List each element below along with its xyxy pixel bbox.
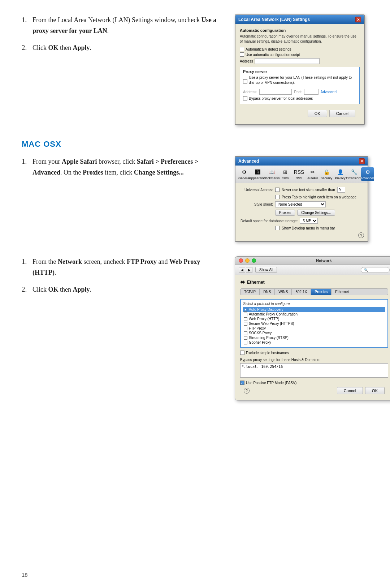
safari-tab-advanced[interactable]: ⚙ Advanced: [361, 167, 374, 181]
proxy-list-title: Select a protocol to configure: [243, 302, 385, 306]
bypass-textarea[interactable]: *.local, 169.254/16: [240, 363, 388, 378]
proxy-item-secure-https[interactable]: Secure Web Proxy (HTTPS): [243, 321, 385, 326]
extensions-icon: 🔧: [350, 168, 358, 176]
default-space-dropdown[interactable]: 5 MB: [300, 218, 318, 224]
tab-wins[interactable]: WINS: [275, 289, 292, 295]
safari-tab-privacy[interactable]: 👤 Privacy: [334, 167, 347, 181]
proxy-item-web-http[interactable]: Web Proxy (HTTP): [243, 317, 385, 321]
ftp-checkbox[interactable]: [244, 327, 247, 330]
help-icon[interactable]: ?: [244, 388, 250, 394]
font-size-input[interactable]: [337, 187, 345, 193]
tab-dns[interactable]: DNS: [260, 289, 275, 295]
auto-detect-checkbox[interactable]: [240, 47, 244, 51]
safari-body: Universal Access: Never use font sizes s…: [235, 183, 368, 241]
bypass-checkbox-row: Bypass proxy server for local addresses: [243, 96, 356, 100]
default-space-label: Default space for database storage:: [240, 219, 298, 223]
back-arrow-btn[interactable]: ◀: [239, 267, 245, 273]
safari-tab-bookmarks[interactable]: 📖 Bookmarks: [265, 167, 278, 181]
appearance-icon: 🅰: [254, 168, 261, 176]
lan-dialog-body: Automatic configuration Automatic config…: [235, 24, 364, 124]
port-input[interactable]: [304, 89, 318, 95]
proxy-server-group: Proxy server Use a proxy server for your…: [240, 67, 360, 104]
auto-config-script-checkbox[interactable]: [240, 52, 244, 57]
ethernet-label: Ethernet: [247, 280, 265, 285]
proxy-item-ftp[interactable]: FTP Proxy: [243, 326, 385, 331]
lan-cancel-button[interactable]: Cancel: [329, 110, 355, 117]
step-1-mac: From your Apple Safari browser, click Sa…: [22, 156, 224, 178]
proxy-item-auto-config[interactable]: Automatic Proxy Configuration: [243, 312, 385, 317]
style-sheet-dropdown[interactable]: None Selected: [275, 201, 326, 207]
bypass-label: Bypass proxy settings for these Hosts & …: [240, 358, 388, 362]
safari-tab-appearance[interactable]: 🅰 Appearance: [251, 167, 264, 181]
proxy-item-socks[interactable]: SOCKS Proxy: [243, 331, 385, 335]
safari-tab-autofill-label: AutoFill: [307, 176, 318, 180]
safari-tab-security[interactable]: 🔒 Security: [320, 167, 333, 181]
lan-close-button[interactable]: ✕: [355, 17, 361, 22]
network-cancel-button[interactable]: Cancel: [337, 387, 363, 394]
universal-access-label: Universal Access:: [240, 188, 273, 192]
press-tab-checkbox[interactable]: [275, 195, 280, 199]
network-dialog: Network ◀ ▶ Show All 🔍 ⬌ Ethernet TCP/IP: [235, 256, 390, 400]
exclude-hostnames-checkbox[interactable]: [240, 351, 244, 355]
auto-config-script-label: Use automatic configuration script: [246, 53, 300, 57]
network-ok-button[interactable]: OK: [365, 387, 385, 394]
tab-8021x[interactable]: 802.1X: [292, 289, 311, 295]
never-font-label: Never use font sizes smaller than: [282, 188, 335, 192]
safari-help-button[interactable]: ?: [358, 232, 364, 238]
change-settings-button[interactable]: Change Settings...: [297, 210, 335, 216]
address-input[interactable]: [255, 58, 320, 64]
mac-maximize-btn[interactable]: [252, 258, 256, 263]
auto-config-label: Automatic Proxy Configuration: [249, 312, 298, 316]
tab-proxies[interactable]: Proxies: [311, 289, 332, 295]
exclude-hostnames-label: Exclude simple hostnames: [246, 351, 289, 355]
auto-config-checkbox[interactable]: [244, 313, 247, 316]
safari-tab-rss[interactable]: RSS RSS: [292, 167, 306, 181]
safari-tab-tabs[interactable]: ⊞ Tabs: [279, 167, 292, 181]
never-font-checkbox[interactable]: [275, 188, 280, 192]
safari-tab-tabs-label: Tabs: [282, 176, 289, 180]
mac-close-btn[interactable]: [239, 258, 243, 263]
network-dialog-col: Network ◀ ▶ Show All 🔍 ⬌ Ethernet TCP/IP: [235, 256, 368, 400]
streaming-checkbox[interactable]: [244, 336, 247, 340]
step-1-mac-text: From your Apple Safari browser, click Sa…: [32, 158, 198, 176]
proxy-item-auto-discovery[interactable]: ■ Auto Proxy Discovery: [243, 307, 385, 312]
bypass-checkbox[interactable]: [243, 96, 247, 100]
lan-ok-button[interactable]: OK: [308, 110, 327, 117]
safari-tab-general-label: General: [238, 176, 250, 180]
safari-close-button[interactable]: ✕: [359, 158, 365, 164]
safari-steps: From your Apple Safari browser, click Sa…: [22, 156, 224, 178]
safari-dialog-col: Advanced ✕ ⚙ General 🅰 Appearance 📖 Book…: [235, 156, 368, 242]
tab-ethernet[interactable]: Ethernet: [332, 289, 352, 295]
page-divider: [22, 568, 368, 568]
section-safari: From your Apple Safari browser, click Sa…: [22, 156, 368, 242]
bold-proxies: Proxies: [83, 169, 103, 176]
safari-toolbar: ⚙ General 🅰 Appearance 📖 Bookmarks ⊞ Tab…: [235, 166, 368, 183]
network-search-input[interactable]: 🔍: [361, 267, 390, 273]
checkbox-auto-config-script: Use automatic configuration script: [240, 52, 360, 57]
mac-minimize-btn[interactable]: [245, 258, 250, 263]
safari-tab-autofill[interactable]: ✏ AutoFill: [306, 167, 319, 181]
proxies-button[interactable]: Proxies: [275, 210, 295, 216]
show-develop-checkbox[interactable]: [275, 226, 280, 230]
secure-https-checkbox[interactable]: [244, 322, 247, 326]
network-text-col: From the Network screen, uncheck FTP Pro…: [22, 256, 224, 301]
auto-discovery-checkbox[interactable]: ■: [244, 308, 247, 312]
lan-steps: From the Local Area Network (LAN) Settin…: [22, 14, 224, 53]
proxy-item-gopher[interactable]: Gopher Proxy: [243, 340, 385, 345]
advanced-link[interactable]: Advanced: [321, 90, 337, 94]
safari-tab-general[interactable]: ⚙ General: [238, 167, 251, 181]
lan-dialog-title: Local Area Network (LAN) Settings: [238, 17, 310, 22]
show-all-button[interactable]: Show All: [255, 267, 277, 273]
socks-checkbox[interactable]: [244, 331, 247, 335]
proxy-address-input[interactable]: [259, 89, 292, 95]
safari-tab-extensions[interactable]: 🔧 Extensions: [347, 167, 360, 181]
web-http-checkbox[interactable]: [244, 317, 247, 321]
proxy-server-label: Proxy server: [243, 69, 356, 74]
proxy-item-streaming[interactable]: Streaming Proxy (RTSP): [243, 335, 385, 340]
gopher-checkbox[interactable]: [244, 341, 247, 344]
forward-arrow-btn[interactable]: ▶: [246, 267, 252, 273]
bold-ok-1: OK: [48, 44, 58, 51]
tab-tcpip[interactable]: TCP/IP: [240, 289, 260, 295]
use-proxy-checkbox[interactable]: [243, 79, 247, 83]
passive-ftp-checkbox[interactable]: ✓: [240, 381, 244, 385]
